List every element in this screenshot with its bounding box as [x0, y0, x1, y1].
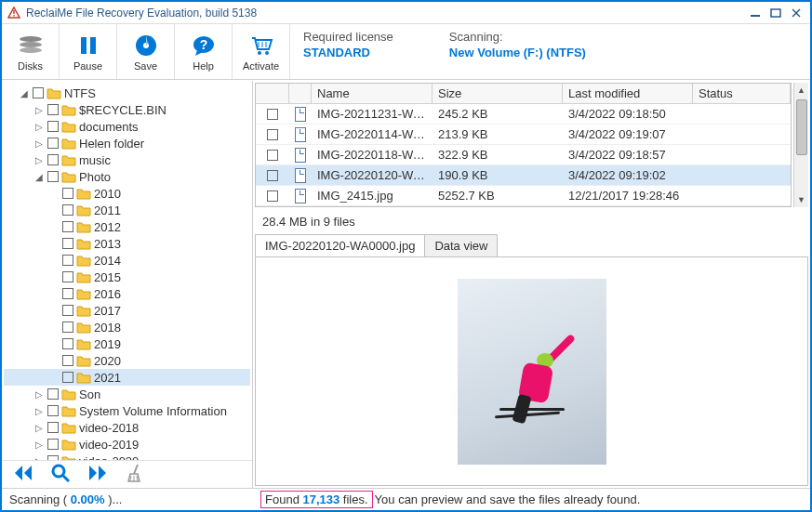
maximize-button[interactable] [767, 7, 784, 20]
tree-item[interactable]: 2012 [4, 218, 250, 235]
tree-checkbox[interactable] [62, 305, 73, 316]
expand-icon[interactable]: ◢ [33, 172, 45, 182]
tree-checkbox[interactable] [47, 171, 59, 182]
tree-item[interactable]: ▷video-2018 [4, 419, 250, 436]
tree-item[interactable]: 2020 [4, 352, 250, 369]
col-name[interactable]: Name [312, 84, 433, 103]
tree-item[interactable]: 2021 [4, 369, 250, 386]
tree-label: music [79, 153, 111, 167]
tree-pane: ◢NTFS▷$RECYCLE.BIN▷documents▷Helen folde… [2, 81, 253, 488]
tree-checkbox[interactable] [62, 188, 73, 199]
tab-data-view[interactable]: Data view [424, 234, 498, 256]
tab-preview[interactable]: IMG-20220120-WA0000.jpg [255, 234, 425, 256]
tree-checkbox[interactable] [62, 355, 73, 366]
tree-item[interactable]: 2010 [4, 185, 250, 202]
activate-button[interactable]: Activate [233, 24, 290, 79]
expand-icon[interactable]: ▷ [33, 389, 45, 400]
tree-item[interactable]: 2017 [4, 302, 250, 319]
file-list-scrollbar[interactable]: ▲ ▼ [793, 83, 808, 207]
tree-item[interactable]: ▷documents [4, 118, 250, 135]
tree-item[interactable]: ◢Photo [4, 168, 250, 185]
tree-item[interactable]: 2019 [4, 335, 250, 352]
tree-item[interactable]: ▷Son [4, 386, 250, 402]
tree-checkbox[interactable] [62, 322, 73, 333]
tree-item[interactable]: ▷video-2020 [4, 453, 250, 460]
file-row[interactable]: IMG-20220120-WA00...190.9 KB3/4/2022 09:… [256, 165, 791, 186]
file-checkbox[interactable] [267, 170, 278, 181]
file-name: IMG_2415.jpg [312, 189, 433, 203]
tree-checkbox[interactable] [62, 204, 73, 216]
tree-checkbox[interactable] [33, 87, 44, 98]
tree-item[interactable]: 2011 [4, 202, 250, 218]
svg-rect-10 [81, 37, 87, 54]
tree-checkbox[interactable] [47, 439, 59, 450]
tree-checkbox[interactable] [47, 422, 59, 433]
file-size: 213.9 KB [433, 127, 563, 141]
file-checkbox[interactable] [267, 109, 278, 120]
nav-first-button[interactable] [13, 465, 33, 484]
tree-item[interactable]: 2016 [4, 285, 250, 302]
file-row[interactable]: IMG-20211231-WA00...245.2 KB3/4/2022 09:… [256, 104, 791, 125]
folder-tree[interactable]: ◢NTFS▷$RECYCLE.BIN▷documents▷Helen folde… [2, 81, 252, 460]
col-status[interactable]: Status [693, 84, 791, 103]
file-checkbox[interactable] [267, 129, 278, 140]
expand-icon[interactable]: ▷ [33, 406, 45, 416]
tree-checkbox[interactable] [47, 388, 59, 400]
file-row[interactable]: IMG-20220114-WA00...213.9 KB3/4/2022 09:… [256, 125, 791, 145]
tree-checkbox[interactable] [62, 221, 73, 232]
tree-checkbox[interactable] [62, 338, 73, 349]
tree-checkbox[interactable] [47, 121, 59, 132]
tree-item[interactable]: 2018 [4, 319, 250, 335]
scroll-thumb[interactable] [796, 99, 807, 155]
tree-checkbox[interactable] [47, 154, 59, 165]
scanning-link[interactable]: New Volume (F:) (NTFS) [449, 46, 586, 59]
scroll-up-icon[interactable]: ▲ [797, 83, 805, 98]
pause-button[interactable]: Pause [60, 24, 117, 79]
tree-checkbox[interactable] [47, 104, 59, 115]
tree-checkbox[interactable] [62, 372, 73, 383]
preview-image [458, 279, 606, 465]
tree-checkbox[interactable] [62, 271, 73, 282]
col-size[interactable]: Size [433, 84, 563, 103]
expand-icon[interactable]: ▷ [33, 155, 45, 165]
tree-item[interactable]: 2015 [4, 269, 250, 285]
tree-item[interactable]: ◢NTFS [4, 85, 250, 101]
close-button[interactable] [788, 7, 805, 20]
tree-item[interactable]: ▷video-2019 [4, 436, 250, 453]
file-checkbox[interactable] [267, 150, 278, 161]
tree-checkbox[interactable] [62, 238, 73, 249]
minimize-button[interactable] [747, 7, 764, 20]
license-link[interactable]: STANDARD [303, 46, 393, 59]
tree-item[interactable]: 2013 [4, 235, 250, 252]
file-checkbox[interactable] [267, 190, 278, 202]
tree-checkbox[interactable] [47, 138, 59, 149]
tree-label: 2020 [94, 354, 121, 368]
expand-icon[interactable]: ◢ [19, 88, 30, 98]
expand-icon[interactable]: ▷ [33, 105, 45, 115]
scroll-down-icon[interactable]: ▼ [797, 192, 805, 207]
tree-item[interactable]: ▷Helen folder [4, 135, 250, 151]
tree-item[interactable]: 2014 [4, 252, 250, 269]
help-button[interactable]: ? Help [175, 24, 233, 79]
expand-icon[interactable]: ▷ [33, 122, 45, 132]
save-button[interactable]: Save [117, 24, 175, 79]
tree-checkbox[interactable] [47, 405, 59, 416]
window-title: ReclaiMe File Recovery Evaluation, build… [26, 7, 743, 20]
expand-icon[interactable]: ▷ [33, 138, 45, 149]
tree-checkbox[interactable] [62, 288, 73, 299]
tree-item[interactable]: ▷music [4, 151, 250, 168]
file-size: 190.9 KB [433, 168, 563, 182]
nav-last-button[interactable] [87, 465, 108, 484]
expand-icon[interactable]: ▷ [33, 440, 45, 450]
file-row[interactable]: IMG_2415.jpg5252.7 KB12/21/2017 19:28:46 [256, 186, 791, 206]
disks-button[interactable]: Disks [2, 24, 60, 79]
file-row[interactable]: IMG-20220118-WA00...322.9 KB3/4/2022 09:… [256, 145, 791, 165]
broom-button[interactable] [125, 463, 143, 486]
tree-item[interactable]: ▷$RECYCLE.BIN [4, 101, 250, 118]
search-button[interactable] [50, 463, 71, 486]
tree-checkbox[interactable] [62, 255, 73, 266]
col-modified[interactable]: Last modified [563, 84, 693, 103]
expand-icon[interactable]: ▷ [33, 423, 45, 433]
app-logo-icon [7, 7, 20, 20]
tree-item[interactable]: ▷System Volume Information [4, 402, 250, 419]
